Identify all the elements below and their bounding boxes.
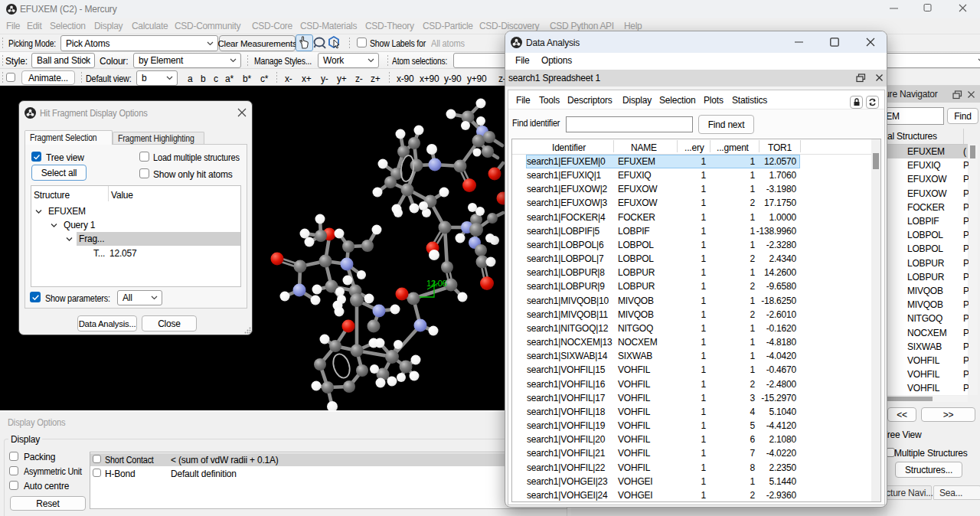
- svg-text:12.06: 12.06: [426, 279, 447, 288]
